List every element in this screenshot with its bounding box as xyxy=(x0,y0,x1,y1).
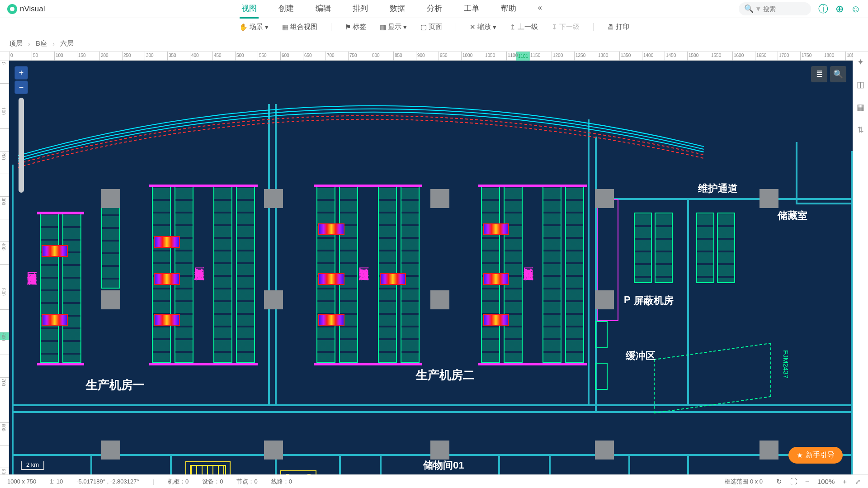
panel-slider-icon[interactable]: ⇅ xyxy=(857,125,864,135)
zoom-in-button[interactable]: + xyxy=(14,66,28,80)
tool-combo-view[interactable]: ▦组合视图 xyxy=(282,23,317,31)
zoom-out-icon[interactable]: − xyxy=(805,478,809,485)
status-cab: 机柜：0 xyxy=(168,478,189,486)
menu-data[interactable]: 数据 xyxy=(388,0,407,19)
canvas-tools: ≣ 🔍 xyxy=(811,66,846,82)
rack-column[interactable] xyxy=(655,213,673,283)
menu-view[interactable]: 视图 xyxy=(240,0,259,19)
pillar xyxy=(595,441,614,460)
up-icon: ↥ xyxy=(510,23,516,31)
heat-sensor[interactable] xyxy=(483,314,509,326)
layout-icon: ▥ xyxy=(380,23,386,31)
wall xyxy=(12,165,14,474)
rack-column[interactable] xyxy=(62,213,81,363)
breadcrumb-item[interactable]: 六层 xyxy=(60,39,74,48)
menu-edit[interactable]: 编辑 xyxy=(314,0,333,19)
wall xyxy=(687,454,689,474)
heat-sensor[interactable] xyxy=(318,273,344,285)
rack-column[interactable] xyxy=(542,186,561,363)
tool-display[interactable]: ▥显示▾ xyxy=(380,23,407,31)
rack-column[interactable] xyxy=(717,213,735,283)
tool-zoom[interactable]: ✕缩放▾ xyxy=(470,23,496,31)
search-box[interactable]: 🔍 ▾ xyxy=(739,2,811,15)
buffer-unit[interactable] xyxy=(595,321,608,348)
history-icon[interactable]: ↻ xyxy=(776,478,782,486)
tool-up-level[interactable]: ↥上一级 xyxy=(510,23,538,31)
wall xyxy=(268,104,270,404)
menu-more-icon[interactable]: « xyxy=(536,0,544,19)
app-logo[interactable]: nVisual xyxy=(7,4,45,14)
fullscreen-icon[interactable]: ⛶ xyxy=(790,478,797,485)
label-fjm: FJM2437 xyxy=(782,350,790,379)
heat-sensor[interactable] xyxy=(42,245,68,257)
floor-plan[interactable]: FJM2437 区间通道及 区间通道及 区间通道及 区间通道及 生产机房一 生产… xyxy=(9,61,853,474)
rack-column[interactable] xyxy=(40,213,59,363)
zoom-slider[interactable] xyxy=(19,98,24,193)
wall xyxy=(12,404,853,406)
rack-column[interactable] xyxy=(634,213,652,283)
heat-sensor[interactable] xyxy=(42,314,68,326)
ruler-vertical[interactable]: 0100200300400500600700800900 xyxy=(0,61,9,474)
panel-tool-icon[interactable]: ✦ xyxy=(857,57,864,67)
print-icon: 🖶 xyxy=(607,23,614,31)
rack-column[interactable] xyxy=(565,186,584,363)
heat-sensor[interactable] xyxy=(483,273,509,285)
zoom-out-button[interactable]: − xyxy=(14,81,28,94)
buffer-unit[interactable] xyxy=(595,363,608,390)
heat-sensor[interactable] xyxy=(318,314,344,326)
star-icon: ★ xyxy=(797,451,803,460)
enclosure xyxy=(149,363,258,365)
tool-scene[interactable]: ✋场景▾ xyxy=(239,23,269,31)
breadcrumb-item[interactable]: B座 xyxy=(36,39,47,48)
ruler-horizontal[interactable]: 1101 05010015020025030035040045050055060… xyxy=(9,52,853,61)
enclosure xyxy=(37,212,84,214)
pillar xyxy=(430,441,449,460)
menu-analyze[interactable]: 分析 xyxy=(425,0,444,19)
search-input[interactable] xyxy=(763,5,806,13)
heat-sensor[interactable] xyxy=(154,314,180,326)
panel-layers-icon[interactable]: ◫ xyxy=(857,80,864,90)
layers-button[interactable]: ≣ xyxy=(811,66,827,82)
canvas[interactable]: + − ≣ 🔍 xyxy=(9,61,853,474)
status-dims: 1000 x 750 xyxy=(7,478,36,485)
down-icon: ↧ xyxy=(552,23,557,31)
heat-sensor[interactable] xyxy=(318,223,344,235)
wall xyxy=(796,142,797,203)
dropdown-icon[interactable]: ▾ xyxy=(756,4,760,14)
label-shield: 屏蔽机房 xyxy=(634,294,674,308)
menu-create[interactable]: 创建 xyxy=(277,0,296,19)
newbie-guide-button[interactable]: ★新手引导 xyxy=(788,447,843,464)
heat-sensor[interactable] xyxy=(154,236,180,248)
rack-column[interactable] xyxy=(213,186,232,363)
breadcrumb-item[interactable]: 顶层 xyxy=(9,39,23,48)
menu-arrange[interactable]: 排列 xyxy=(351,0,370,19)
separator xyxy=(456,23,456,31)
info-icon[interactable]: ⓘ xyxy=(818,2,828,16)
pillar xyxy=(264,290,283,309)
panel-grid-icon[interactable]: ▦ xyxy=(857,102,864,112)
menu-help[interactable]: 帮助 xyxy=(499,0,518,19)
user-icon[interactable]: ☺ xyxy=(851,3,861,15)
status-ratio: 1: 10 xyxy=(50,478,63,485)
tool-print[interactable]: 🖶打印 xyxy=(607,23,629,31)
heat-sensor[interactable] xyxy=(483,223,509,235)
pillar xyxy=(101,290,120,309)
globe-icon[interactable]: ⊕ xyxy=(835,3,844,15)
rack-column[interactable] xyxy=(696,213,714,283)
heat-sensor[interactable] xyxy=(154,273,180,285)
label-maint: 维护通道 xyxy=(698,182,738,195)
fit-icon[interactable]: ⤢ xyxy=(855,478,861,486)
rack-column[interactable] xyxy=(236,186,255,363)
tool-page[interactable]: ▢页面 xyxy=(420,23,442,31)
tool-label[interactable]: ⚑标签 xyxy=(345,23,366,31)
tool-down-level[interactable]: ↧下一级 xyxy=(552,23,580,31)
menu-ticket[interactable]: 工单 xyxy=(462,0,481,19)
wall xyxy=(339,454,341,474)
label-storage01: 储物间01 xyxy=(423,459,464,472)
heat-sensor[interactable] xyxy=(380,273,406,285)
search-map-button[interactable]: 🔍 xyxy=(830,66,846,82)
zoom-in-icon[interactable]: + xyxy=(843,478,847,485)
right-side-panel: ✦ ◫ ▦ ⇅ xyxy=(853,52,868,474)
status-bar: 1000 x 750 1: 10 -5.017189° , -2.803127°… xyxy=(0,474,868,488)
enclosure xyxy=(314,185,422,187)
